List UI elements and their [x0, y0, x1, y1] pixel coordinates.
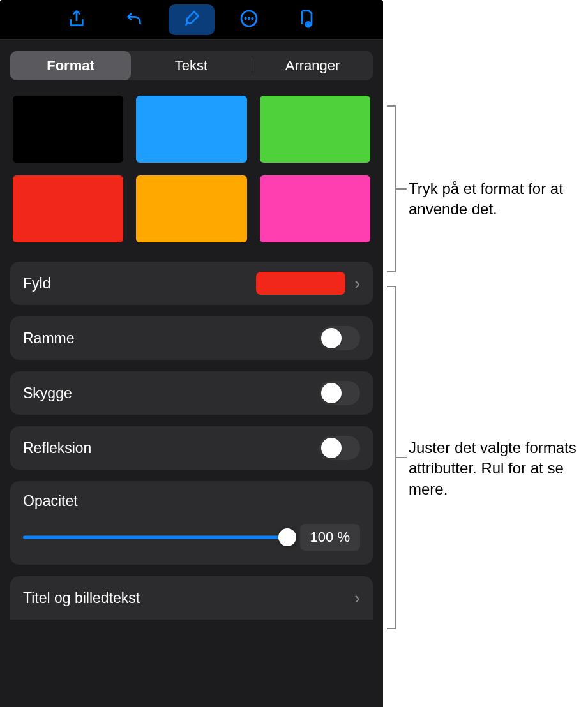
svg-point-3: [252, 18, 253, 19]
toggle-knob: [321, 328, 342, 348]
callout-top: Tryk på et format for at anvende det.: [409, 179, 587, 220]
tab-format[interactable]: Format: [10, 51, 131, 80]
shadow-row: Skygge: [10, 371, 373, 415]
chevron-right-icon: ›: [354, 274, 360, 294]
tab-bar: Format Tekst Arranger: [10, 51, 373, 80]
style-swatch-black[interactable]: [13, 96, 123, 163]
fill-label: Fyld: [23, 275, 256, 292]
fill-row[interactable]: Fyld ›: [10, 262, 373, 305]
callout-bottom: Juster det valgte formats attributter. R…: [409, 438, 587, 500]
document-eye-icon: [296, 8, 317, 31]
style-swatch-pink[interactable]: [260, 175, 370, 242]
reflection-label: Refleksion: [23, 440, 319, 457]
border-toggle[interactable]: [319, 326, 360, 350]
tab-arrange[interactable]: Arranger: [252, 51, 373, 80]
tab-text[interactable]: Tekst: [131, 51, 252, 80]
format-brush-button[interactable]: [169, 4, 215, 35]
reflection-toggle[interactable]: [319, 436, 360, 460]
opacity-slider[interactable]: [23, 528, 287, 546]
brush-icon: [181, 8, 202, 31]
device-panel: Format Tekst Arranger Fyld › Ramme: [0, 0, 383, 707]
opacity-value[interactable]: 100 %: [300, 524, 360, 551]
shadow-label: Skygge: [23, 385, 319, 402]
chevron-right-icon: ›: [354, 588, 360, 608]
toggle-knob: [321, 383, 342, 403]
bracket-line: [395, 188, 407, 190]
slider-thumb[interactable]: [278, 528, 296, 546]
style-swatch-grid: [10, 93, 373, 249]
bracket-bottom: [387, 286, 396, 629]
more-icon: [239, 8, 259, 31]
svg-point-2: [248, 18, 250, 19]
style-swatch-blue[interactable]: [136, 96, 246, 163]
share-icon: [66, 8, 87, 31]
callout-area: Tryk på et format for at anvende det. Ju…: [383, 0, 588, 707]
svg-point-1: [245, 18, 246, 19]
more-button[interactable]: [226, 4, 272, 35]
undo-icon: [124, 8, 144, 31]
slider-fill: [23, 536, 287, 539]
undo-button[interactable]: [111, 4, 157, 35]
style-swatch-orange[interactable]: [136, 175, 246, 242]
toggle-knob: [321, 438, 342, 458]
reflection-row: Refleksion: [10, 426, 373, 470]
fill-color-chip: [256, 272, 345, 295]
opacity-block: Opacitet 100 %: [10, 481, 373, 565]
caption-label: Titel og billedtekst: [23, 590, 345, 607]
caption-row[interactable]: Titel og billedtekst ›: [10, 576, 373, 620]
style-swatch-green[interactable]: [260, 96, 370, 163]
opacity-label: Opacitet: [23, 493, 360, 510]
toolbar: [0, 0, 383, 40]
svg-point-5: [307, 24, 309, 26]
border-label: Ramme: [23, 330, 319, 347]
bracket-line: [395, 457, 407, 458]
share-button[interactable]: [54, 4, 100, 35]
style-swatch-red[interactable]: [13, 175, 123, 242]
shadow-toggle[interactable]: [319, 381, 360, 405]
bracket-top: [387, 105, 396, 272]
border-row: Ramme: [10, 316, 373, 360]
present-button[interactable]: [283, 4, 329, 35]
format-panel: Format Tekst Arranger Fyld › Ramme: [0, 40, 383, 707]
